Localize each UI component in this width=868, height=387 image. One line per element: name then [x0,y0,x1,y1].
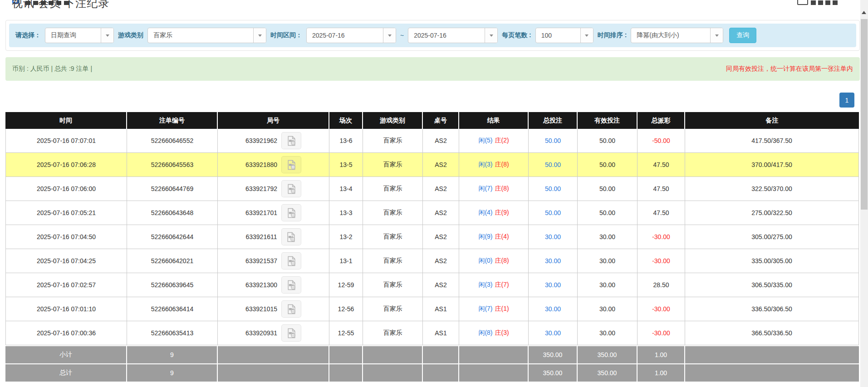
table-number-cell: AS1 [423,321,459,345]
time-cell: 2025-07-16 07:04:50 [5,225,127,249]
player-result: 闲(5) [478,137,492,144]
total-bet-cell: 50.00 [529,177,578,201]
column-header-0: 时间 [5,112,127,129]
valid-bet-notice: 同局有效投注，统一计算在该局第一张注单内 [726,65,853,73]
date-from-value: 2025-07-16 [307,28,383,43]
table-number-cell: AS2 [423,249,459,273]
round-number-cell: 633921880 [218,153,329,177]
table-row: 2025-07-16 07:00:36 522660635413 6339209… [5,321,859,345]
scrollbar-thumb[interactable] [861,19,868,210]
vertical-scrollbar[interactable] [860,0,868,387]
player-result: 闲(7) [478,305,492,312]
game-type-select[interactable]: 百家乐 [147,28,266,43]
video-record-icon [286,184,297,194]
records-table-wrap: 时间注单编号局号场次游戏类别桌号结果总投注有效投注总派彩备注 2025-07-1… [5,112,860,382]
time-cell: 2025-07-16 07:02:57 [5,273,127,297]
bet-number-cell: 522660646552 [127,129,218,153]
scrollbar-up-arrow-icon[interactable] [862,11,866,14]
records-table: 时间注单编号局号场次游戏类别桌号结果总投注有效投注总派彩备注 2025-07-1… [5,112,859,382]
round-number-cell: 633921015 [218,297,329,321]
total-bet-link[interactable]: 50.00 [545,209,561,216]
summary-note-cell [685,363,859,382]
date-to-value: 2025-07-16 [408,28,485,43]
video-replay-button[interactable] [281,204,301,221]
note-cell: 335.00/305.00 [685,249,859,273]
date-from-select[interactable]: 2025-07-16 [306,28,396,43]
video-replay-button[interactable] [281,132,301,149]
result-cell: 闲(5)庄(2) [459,129,529,153]
video-replay-button[interactable] [281,300,301,318]
video-replay-button[interactable] [281,324,301,342]
total-bet-cell: 50.00 [529,129,578,153]
player-result: 闲(0) [478,257,492,264]
game-type-cell: 百家乐 [363,297,423,321]
date-range-label: 时间区间： [270,31,302,39]
pagination-page-1-button[interactable]: 1 [839,93,854,108]
chevron-down-icon[interactable] [383,28,396,43]
game-type-label: 游戏类别 [118,31,143,39]
query-button[interactable]: 查询 [729,28,756,43]
banker-result: 庄(9) [495,209,509,216]
total-bet-link[interactable]: 30.00 [545,305,561,313]
video-replay-button[interactable] [281,276,301,294]
result-cell: 闲(8)庄(3) [459,321,529,345]
page-size-select[interactable]: 100 [535,28,593,43]
chevron-down-icon[interactable] [710,28,723,43]
time-sort-label: 时间排序 : [598,31,627,39]
chevron-down-icon[interactable] [580,28,593,43]
round-number: 633921880 [245,161,277,168]
date-to-select[interactable]: 2025-07-16 [408,28,498,43]
chevron-down-icon[interactable] [101,28,113,43]
total-bet-link[interactable]: 50.00 [545,137,561,144]
total-bet-link[interactable]: 30.00 [545,233,561,240]
time-cell: 2025-07-16 07:07:01 [5,129,127,153]
total-bet-cell: 30.00 [529,249,578,273]
chevron-down-icon[interactable] [253,28,266,43]
valid-bet-cell: 50.00 [578,153,638,177]
total-bet-link[interactable]: 50.00 [545,185,561,192]
table-number-cell: AS2 [423,177,459,201]
summary-note-cell [685,345,859,363]
payout-cell: -50.00 [638,129,685,153]
payout-cell: 28.50 [638,273,685,297]
bet-number-cell: 522660644769 [127,177,218,201]
chevron-down-icon[interactable] [485,28,497,43]
mode-select[interactable]: 日期查询 [45,28,114,43]
session-cell: 12-55 [329,321,363,345]
summary-label-cell: 小计 [5,345,127,363]
table-row: 2025-07-16 07:01:10 522660636414 6339210… [5,297,859,321]
bet-number-cell: 522660635413 [127,321,218,345]
note-cell: 275.00/322.50 [685,201,859,225]
round-number: 633921300 [245,281,277,289]
video-replay-button[interactable] [281,156,301,173]
total-bet-link[interactable]: 50.00 [545,161,561,168]
time-sort-select[interactable]: 降冪(由大到小) [631,28,723,43]
payout-cell: 47.50 [638,201,685,225]
summary-row: 总计 9 350.00 350.00 1.00 [5,363,859,382]
column-header-2: 局号 [218,112,329,129]
payout-cell: 47.50 [638,177,685,201]
total-bet-cell: 50.00 [529,153,578,177]
video-record-icon [286,304,297,314]
summary-count-cell: 9 [127,363,218,382]
valid-bet-cell: 30.00 [578,273,638,297]
filter-panel: 请选择： 日期查询 游戏类别 百家乐 时间区间： 2025-07-16 ~ 20… [5,20,860,51]
game-type-cell: 百家乐 [363,273,423,297]
video-replay-button[interactable] [281,228,301,245]
round-number-cell: 633921792 [218,177,329,201]
total-bet-link[interactable]: 30.00 [545,281,561,289]
round-number-cell: 633920931 [218,321,329,345]
video-record-icon [286,136,297,146]
total-bet-link[interactable]: 30.00 [545,329,561,337]
toolbar-icon[interactable] [797,0,808,5]
column-header-10: 备注 [685,112,859,129]
video-replay-button[interactable] [281,180,301,197]
note-cell: 305.00/275.00 [685,225,859,249]
total-bet-link[interactable]: 30.00 [545,257,561,265]
time-cell: 2025-07-16 07:06:00 [5,177,127,201]
round-number-cell: 633921537 [218,249,329,273]
video-replay-button[interactable] [281,252,301,269]
time-sort-value: 降冪(由大到小) [631,28,710,43]
mode-select-value: 日期查询 [45,28,101,43]
table-row: 2025-07-16 07:05:21 522660643648 6339217… [5,201,859,225]
